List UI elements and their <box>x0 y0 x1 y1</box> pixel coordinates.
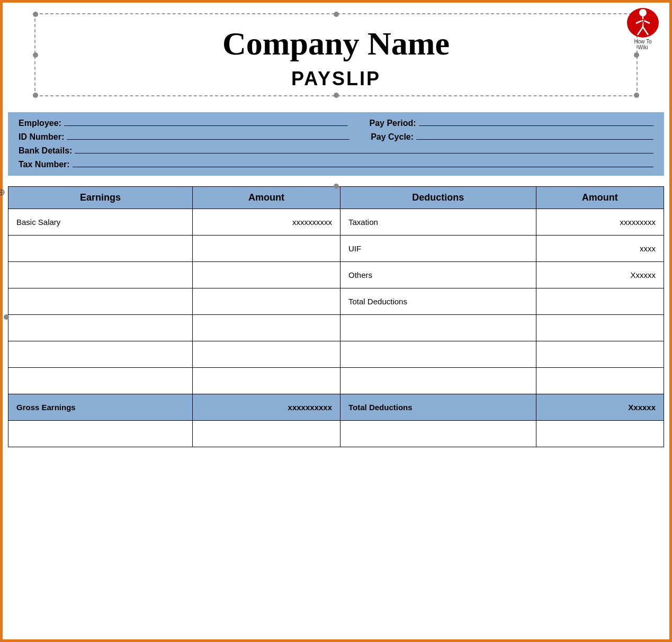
table-row <box>8 368 664 394</box>
td-deduction-amount-1: xxxx <box>536 236 664 262</box>
page-wrapper: ? How To Wiki Company Name PAYSLIP Emplo… <box>0 0 672 642</box>
total-deductions-label: Total Deductions <box>341 394 536 421</box>
svg-text:?: ? <box>640 17 645 26</box>
pay-period-label: Pay Period: <box>369 119 416 128</box>
howto-logo: ? How To Wiki <box>622 8 664 50</box>
th-amount-left: Amount <box>192 187 340 209</box>
final-col-1 <box>8 421 193 447</box>
table-row <box>8 315 664 341</box>
employee-field-line <box>64 125 348 126</box>
th-amount-right: Amount <box>536 187 664 209</box>
th-earnings: Earnings <box>8 187 193 209</box>
td-deduction-2: Others <box>341 262 536 288</box>
table-top-handle <box>334 184 339 189</box>
svg-line-4 <box>638 27 643 35</box>
tax-number-field-line <box>73 167 653 167</box>
company-name: Company Name <box>51 25 621 62</box>
table-row <box>8 341 664 368</box>
payslip-title: PAYSLIP <box>51 68 621 90</box>
employee-label: Employee: <box>19 119 61 128</box>
pay-cycle-label: Pay Cycle: <box>371 132 414 142</box>
td-deduction-amount-4 <box>536 315 664 341</box>
gross-earnings-label: Gross Earnings <box>8 394 193 421</box>
employee-row-4: Tax Number: <box>19 160 653 169</box>
table-side-handle <box>4 314 9 320</box>
move-icon: ⊕ <box>0 186 5 198</box>
td-deduction-6 <box>341 368 536 394</box>
th-deductions: Deductions <box>341 187 536 209</box>
final-col-2 <box>192 421 340 447</box>
bank-details-field-line <box>75 153 653 153</box>
pay-period-pair: Pay Period: <box>369 119 653 128</box>
handle-ml <box>33 52 38 58</box>
stick-figure-icon: ? <box>630 8 656 38</box>
td-deduction-5 <box>341 341 536 368</box>
td-earning-amount-6 <box>192 368 340 394</box>
td-earning-amount-1 <box>192 236 340 262</box>
table-row: Total Deductions <box>8 288 664 315</box>
table-header-row: Earnings Amount Deductions Amount <box>8 187 664 209</box>
summary-row: Gross Earnings xxxxxxxxxx Total Deductio… <box>8 394 664 421</box>
handle-bc <box>334 93 339 98</box>
td-earning-2 <box>8 262 193 288</box>
td-deduction-1: UIF <box>341 236 536 262</box>
pay-cycle-field-line <box>416 139 653 140</box>
table-wrapper: ⊕ Earnings Amount Deductions Amount Basi… <box>8 186 664 447</box>
table-row: Basic Salary xxxxxxxxxx Taxation xxxxxxx… <box>8 209 664 236</box>
td-deduction-amount-2: Xxxxxx <box>536 262 664 288</box>
tax-number-label: Tax Number: <box>19 160 70 169</box>
handle-bl <box>33 93 38 98</box>
td-earning-4 <box>8 315 193 341</box>
pay-cycle-pair: Pay Cycle: <box>371 132 653 142</box>
td-earning-6 <box>8 368 193 394</box>
employee-row-1: Employee: Pay Period: <box>19 119 653 128</box>
employee-row-2: ID Number: Pay Cycle: <box>19 132 653 142</box>
td-earning-amount-2 <box>192 262 340 288</box>
td-earning-amount-5 <box>192 341 340 368</box>
handle-tl <box>33 12 38 17</box>
id-number-field-line <box>67 139 350 140</box>
td-earning-5 <box>8 341 193 368</box>
td-earning-0: Basic Salary <box>8 209 193 236</box>
final-col-3 <box>341 421 536 447</box>
td-earning-1 <box>8 236 193 262</box>
final-row <box>8 421 664 447</box>
pay-period-field-line <box>419 125 654 126</box>
td-earning-amount-0: xxxxxxxxxx <box>192 209 340 236</box>
bank-details-label: Bank Details: <box>19 146 72 156</box>
handle-tc <box>334 12 339 17</box>
employee-row-3: Bank Details: <box>19 146 653 156</box>
howto-label: How To Wiki <box>634 39 651 50</box>
td-deduction-amount-0: xxxxxxxxx <box>536 209 664 236</box>
td-deduction-amount-5 <box>536 341 664 368</box>
final-col-4 <box>536 421 664 447</box>
gross-earnings-amount: xxxxxxxxxx <box>192 394 340 421</box>
td-deduction-amount-3 <box>536 288 664 315</box>
td-deduction-4 <box>341 315 536 341</box>
td-deduction-3: Total Deductions <box>341 288 536 315</box>
employee-section: Employee: Pay Period: ID Number: Pay Cyc… <box>8 112 664 176</box>
table-row: UIF xxxx <box>8 236 664 262</box>
howto-circle: ? <box>627 8 659 38</box>
svg-point-0 <box>639 9 647 16</box>
td-earning-amount-4 <box>192 315 340 341</box>
payslip-table: Earnings Amount Deductions Amount Basic … <box>8 186 664 447</box>
td-earning-amount-3 <box>192 288 340 315</box>
td-earning-3 <box>8 288 193 315</box>
handle-br <box>634 93 639 98</box>
id-number-label: ID Number: <box>19 132 64 142</box>
td-deduction-amount-6 <box>536 368 664 394</box>
handle-mr <box>634 52 639 58</box>
table-row: Others Xxxxxx <box>8 262 664 288</box>
total-deductions-amount: Xxxxxx <box>536 394 664 421</box>
company-section: Company Name PAYSLIP <box>34 13 638 96</box>
svg-line-5 <box>643 27 648 35</box>
td-deduction-0: Taxation <box>341 209 536 236</box>
